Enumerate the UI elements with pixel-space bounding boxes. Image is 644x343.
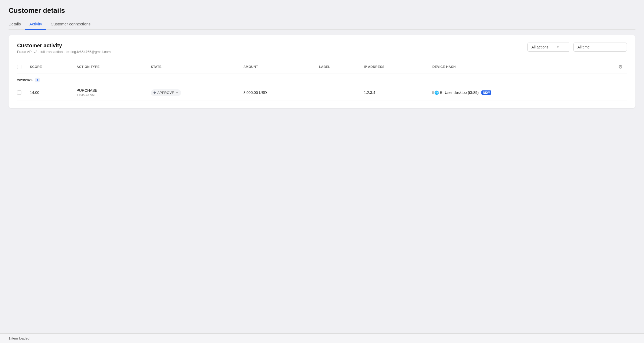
table-header: SCORE ACTION TYPE STATE AMOUNT LABEL IP … xyxy=(17,60,627,74)
monitor-icon: 🖥 xyxy=(439,90,443,95)
device-hash-value:  🌐 🖥 User desktop (0b89) NEW xyxy=(432,90,591,95)
th-label: LABEL xyxy=(316,60,361,74)
score-value: 14.00 xyxy=(30,90,39,95)
amount-value: 8,000.00 USD xyxy=(243,90,267,95)
state-dot-icon xyxy=(154,92,156,94)
row-checkbox[interactable] xyxy=(17,90,21,95)
th-device-hash: DEVICE HASH xyxy=(429,60,595,74)
state-badge-button[interactable]: APPROVE ▾ xyxy=(151,89,181,96)
th-amount: AMOUNT xyxy=(240,60,316,74)
state-chevron-icon: ▾ xyxy=(176,91,178,94)
footer-bar: 1 item loaded xyxy=(0,333,644,343)
th-action-type: ACTION TYPE xyxy=(73,60,148,74)
state-label: APPROVE xyxy=(157,91,174,95)
all-time-dropdown[interactable]: All time xyxy=(573,43,627,52)
card-title: Customer activity xyxy=(17,43,111,49)
count-badge: 1 xyxy=(35,78,40,82)
th-score: SCORE xyxy=(27,60,73,74)
select-all-checkbox[interactable] xyxy=(17,65,21,69)
apple-icon:  xyxy=(432,90,434,95)
th-checkbox xyxy=(17,60,27,74)
ip-address-value: 1.2.3.4 xyxy=(364,90,375,95)
page-title: Customer details xyxy=(9,6,635,15)
activity-table: SCORE ACTION TYPE STATE AMOUNT LABEL IP … xyxy=(17,60,627,101)
card-subtitle: Fraud API v2 - full transaction - testin… xyxy=(17,50,111,54)
date-badge: 2/23/2023 1 xyxy=(17,78,40,82)
all-time-label: All time xyxy=(577,45,590,49)
globe-icon: 🌐 xyxy=(434,90,439,95)
all-actions-dropdown[interactable]: All actions ▾ xyxy=(527,43,570,52)
table-settings-button[interactable]: ⚙ xyxy=(617,63,624,71)
tab-customer-connections[interactable]: Customer connections xyxy=(46,19,95,30)
tab-details[interactable]: Details xyxy=(9,19,25,30)
device-icons:  🌐 🖥 xyxy=(432,90,443,95)
tabs-nav: Details Activity Customer connections xyxy=(9,19,635,30)
table-body: 2/23/2023 1 14.00 PURCHASE 11:35:43 AM xyxy=(17,74,627,101)
th-state: STATE xyxy=(148,60,240,74)
all-actions-label: All actions xyxy=(531,45,549,49)
tab-activity[interactable]: Activity xyxy=(25,19,47,30)
date-label: 2/23/2023 xyxy=(17,78,33,82)
action-type-time: 11:35:43 AM xyxy=(76,93,144,97)
th-settings: ⚙ xyxy=(595,60,627,74)
items-loaded-text: 1 item loaded xyxy=(9,336,29,340)
activity-card: Customer activity Fraud API v2 - full tr… xyxy=(9,35,635,108)
action-type-name: PURCHASE xyxy=(76,88,144,93)
card-header-text: Customer activity Fraud API v2 - full tr… xyxy=(17,43,111,54)
date-group-row: 2/23/2023 1 xyxy=(17,74,627,85)
device-hash-text: User desktop (0b89) xyxy=(445,90,479,95)
card-filters: All actions ▾ All time xyxy=(527,43,627,52)
chevron-down-icon: ▾ xyxy=(557,45,559,49)
card-header: Customer activity Fraud API v2 - full tr… xyxy=(17,43,627,54)
th-ip-address: IP ADDRESS xyxy=(361,60,429,74)
table-row: 14.00 PURCHASE 11:35:43 AM APPROVE ▾ 8,0… xyxy=(17,85,627,101)
new-badge: NEW xyxy=(481,90,492,95)
